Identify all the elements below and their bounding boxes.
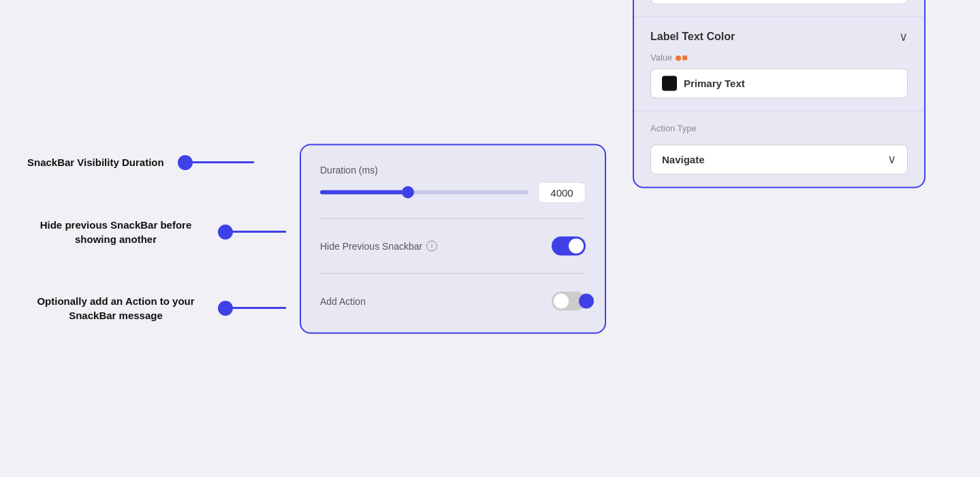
hide-previous-toggle-thumb: [569, 238, 584, 253]
page-container: Snackbar with Action SnackBar Visibility…: [0, 0, 980, 477]
add-action-row: Add Action: [320, 289, 586, 313]
slider-thumb[interactable]: [402, 186, 414, 199]
rp-action-type-section: Action Type Navigate ∨: [634, 111, 924, 186]
rp-action-type-chevron[interactable]: ∨: [887, 152, 896, 167]
rp-label-text-color-header-row: Label Text Color ∨: [650, 29, 908, 44]
add-action-toggle-thumb: [554, 293, 569, 308]
annotation-action-line: [233, 307, 286, 309]
rp-label-text-color-value-label: Value: [650, 52, 908, 63]
annotation-action-dot: [218, 301, 233, 316]
rp-action-type-label: Action Type: [650, 123, 908, 133]
duration-value: 4000: [538, 182, 586, 203]
orange-square-2: [682, 55, 687, 60]
hide-previous-label-group: Hide Previous Snackbar i: [320, 240, 437, 251]
duration-row: 4000: [320, 182, 586, 203]
annotation-hide-line: [233, 231, 286, 233]
right-panel-wrapper: Add Action Label Text ∨ Value: [660, 41, 953, 348]
annotation-duration-text: SnackBar Visibility Duration: [27, 155, 164, 169]
hide-previous-label: Hide Previous Snackbar: [320, 240, 422, 251]
right-panel: Add Action Label Text ∨ Value: [633, 0, 926, 188]
annotation-action-text: Optionally add an Action to your SnackBa…: [27, 294, 204, 323]
spacer-3: [650, 139, 908, 144]
slider-track: [320, 191, 528, 195]
duration-section: Duration (ms) 4000: [320, 164, 586, 203]
orange-dot-2: [676, 55, 681, 61]
color-swatch: [662, 76, 677, 91]
orange-icon-2: [676, 55, 687, 61]
rp-label-text-color-value: Primary Text: [650, 68, 908, 98]
rp-label-text-value: Undo: [650, 0, 908, 4]
add-action-label: Add Action: [320, 295, 366, 306]
annotation-duration-line: [193, 161, 254, 163]
hide-previous-toggle[interactable]: [552, 236, 586, 255]
color-name-text: Primary Text: [684, 78, 745, 89]
add-action-connection-dot: [579, 293, 594, 308]
annotation-hide-text: Hide previous SnackBar before showing an…: [27, 218, 204, 246]
rp-action-type-row: Navigate ∨: [650, 144, 908, 174]
rp-label-text-section: Label Text ∨ Value Undo: [634, 0, 924, 17]
rp-label-text-color-header: Label Text Color: [650, 31, 735, 43]
rp-label-text-color-chevron[interactable]: ∨: [899, 29, 908, 44]
duration-label: Duration (ms): [320, 164, 586, 175]
spacer-2: [650, 44, 908, 52]
annotation-duration-dot: [178, 155, 193, 170]
annotation-hide-dot: [218, 225, 233, 240]
info-icon[interactable]: i: [426, 240, 437, 251]
center-panel: Duration (ms) 4000 Hide Previous Snackba…: [300, 144, 606, 333]
hide-previous-row: Hide Previous Snackbar i: [320, 233, 586, 258]
divider-1: [320, 218, 586, 218]
divider-2: [320, 273, 586, 274]
rp-action-type-value: Navigate: [662, 154, 705, 165]
rp-label-text-color-section: Label Text Color ∨ Value Primary Text: [634, 17, 924, 111]
slider-fill: [320, 191, 408, 195]
slider-container[interactable]: [320, 191, 528, 195]
left-annotations: SnackBar Visibility Duration Hide previo…: [0, 0, 286, 477]
